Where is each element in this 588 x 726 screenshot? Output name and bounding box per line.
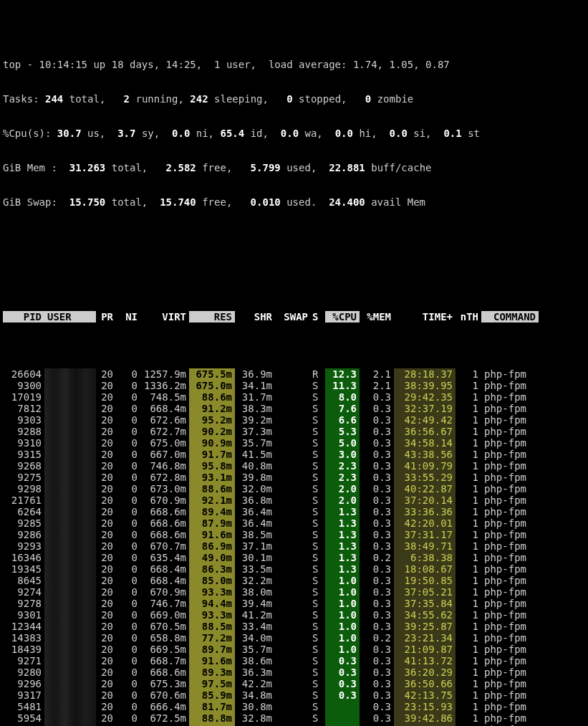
cell-ni: 0	[116, 529, 140, 540]
cell-pid: 9285	[3, 517, 44, 529]
column-header-time[interactable]: TIME+	[394, 311, 456, 323]
cell-state: S	[311, 667, 325, 678]
cell-res: 94.4m	[189, 598, 235, 609]
cell-pid: 26604	[3, 368, 44, 380]
cell-cpu: 2.0	[325, 495, 360, 506]
process-row[interactable]: 6264200668.6m89.4m36.4mS1.30.333:36.361p…	[3, 506, 585, 517]
cell-pid: 19345	[3, 563, 44, 575]
process-row[interactable]: 18439200669.5m89.7m35.7mS1.00.321:09.871…	[3, 644, 585, 655]
cell-time: 37:05.21	[394, 586, 456, 598]
cell-res: 87.9m	[189, 517, 235, 529]
cell-state: S	[311, 655, 325, 667]
cell-swap	[275, 506, 311, 517]
process-row[interactable]: 9285200668.6m87.9m36.4mS1.30.342:20.011p…	[3, 517, 585, 529]
process-row[interactable]: 9303200672.6m95.2m39.2mS6.60.342:49.421p…	[3, 414, 585, 426]
process-row[interactable]: 9310200675.0m90.9m35.7mS5.00.334:58.141p…	[3, 437, 585, 449]
process-row[interactable]: 5481200666.4m81.7m30.8mS0.323:15.931php-…	[3, 701, 585, 712]
column-header-virt[interactable]: VIRT	[140, 311, 189, 323]
process-row[interactable]: 9317200670.6m85.9m34.8mS0.30.342:13.751p…	[3, 689, 585, 701]
cell-time: 39:42.86	[394, 712, 456, 724]
process-row[interactable]: 19345200668.4m86.3m33.5mS1.30.318:08.671…	[3, 563, 585, 575]
cell-res: 88.8m	[189, 712, 235, 724]
process-row[interactable]: 9268200746.8m95.8m40.8mS2.30.341:09.791p…	[3, 460, 585, 472]
process-row[interactable]: 9274200670.9m93.3m38.0mS1.00.337:05.211p…	[3, 586, 585, 598]
cell-command: php-fpm	[481, 701, 539, 712]
process-table-header[interactable]: PIDUSERPRNIVIRTRESSHRSWAPS%CPU%MEMTIME+n…	[3, 311, 585, 323]
cell-ni: 0	[116, 472, 140, 483]
cell-cpu: 1.3	[325, 529, 360, 540]
column-header-pid[interactable]: PID	[3, 311, 44, 323]
cell-nth: 1	[456, 414, 481, 426]
cell-time: 33:55.29	[394, 472, 456, 483]
column-header-cpu[interactable]: %CPU	[325, 311, 360, 323]
process-row[interactable]: 12344200670.5m88.5m33.4mS1.00.339:25.871…	[3, 621, 585, 632]
cell-shr: 38.0m	[235, 586, 275, 598]
terminal-window[interactable]: top - 10:14:15 up 18 days, 14:25, 1 user…	[0, 0, 588, 726]
cell-cpu: 1.0	[325, 632, 360, 644]
cell-command: php-fpm	[481, 529, 539, 540]
column-header-shr[interactable]: SHR	[235, 311, 275, 323]
process-row[interactable]: 9288200672.7m90.2m37.3mS5.30.336:56.671p…	[3, 426, 585, 437]
column-header-s[interactable]: S	[311, 311, 325, 323]
process-row[interactable]: 5954200672.5m88.8m32.8mS0.339:42.861php-…	[3, 712, 585, 724]
cell-virt: 668.7m	[140, 655, 189, 667]
cell-command: php-fpm	[481, 678, 539, 689]
cell-state: S	[311, 414, 325, 426]
cell-virt: 668.6m	[140, 517, 189, 529]
cell-command: php-fpm	[481, 598, 539, 609]
cell-command: php-fpm	[481, 586, 539, 598]
process-row[interactable]: 14383200658.8m77.2m34.0mS1.00.223:21.341…	[3, 632, 585, 644]
cell-time: 19:50.85	[394, 575, 456, 586]
cell-pid: 7812	[3, 403, 44, 414]
cell-time: 42:49.42	[394, 414, 456, 426]
process-row[interactable]: 21761200670.9m92.1m36.8mS2.00.337:20.141…	[3, 495, 585, 506]
cell-mem: 0.3	[360, 483, 394, 495]
column-header-swap[interactable]: SWAP	[275, 311, 311, 323]
cell-cpu: 1.0	[325, 586, 360, 598]
column-header-nth[interactable]: nTH	[456, 311, 481, 323]
process-row[interactable]: 9280200668.6m89.3m36.3mS0.30.336:20.291p…	[3, 667, 585, 678]
cell-pr: 20	[96, 632, 116, 644]
process-row[interactable]: 16346200635.4m49.0m30.1mS1.30.26:38.381p…	[3, 552, 585, 563]
process-row[interactable]: 9278200746.7m94.4m39.4mS1.00.337:35.841p…	[3, 598, 585, 609]
process-row[interactable]: 9298200673.0m88.6m32.0mS2.00.340:22.871p…	[3, 483, 585, 495]
process-row[interactable]: 8645200668.4m85.0m32.2mS1.00.319:50.851p…	[3, 575, 585, 586]
cell-mem: 0.3	[360, 529, 394, 540]
process-row[interactable]: 9315200667.0m91.7m41.5mS3.00.343:38.561p…	[3, 449, 585, 460]
cell-mem: 0.2	[360, 632, 394, 644]
cell-pr: 20	[96, 609, 116, 621]
process-row[interactable]: 9301200669.0m93.3m41.2mS1.00.334:55.621p…	[3, 609, 585, 621]
process-row[interactable]: 9293200670.7m86.9m37.1mS1.30.338:49.711p…	[3, 540, 585, 552]
cell-cpu	[325, 701, 360, 712]
column-header-command[interactable]: COMMAND	[481, 311, 539, 323]
cell-time: 36:20.29	[394, 667, 456, 678]
cell-shr: 30.1m	[235, 552, 275, 563]
cell-pid: 9274	[3, 586, 44, 598]
process-row[interactable]: 7812200668.4m91.2m38.3mS7.60.332:37.191p…	[3, 403, 585, 414]
process-row[interactable]: 266042001257.9m675.5m36.9mR12.32.128:18.…	[3, 368, 585, 380]
process-row[interactable]: 17019200748.5m88.6m31.7mS8.00.329:42.351…	[3, 391, 585, 403]
cell-user	[44, 529, 96, 540]
cell-command: php-fpm	[481, 540, 539, 552]
column-header-mem[interactable]: %MEM	[360, 311, 394, 323]
process-row[interactable]: 9296200675.3m97.5m42.2mS0.30.336:50.661p…	[3, 678, 585, 689]
cell-ni: 0	[116, 632, 140, 644]
process-row[interactable]: 9275200672.8m93.1m39.8mS2.30.333:55.291p…	[3, 472, 585, 483]
column-header-res[interactable]: RES	[189, 311, 235, 323]
column-header-user[interactable]: USER	[44, 311, 96, 323]
column-header-pr[interactable]: PR	[96, 311, 116, 323]
cell-shr: 34.1m	[235, 380, 275, 391]
process-row[interactable]: 93002001336.2m675.0m34.1mS11.32.138:39.9…	[3, 380, 585, 391]
cell-pid: 16346	[3, 552, 44, 563]
cell-pr: 20	[96, 380, 116, 391]
cell-cpu: 0.3	[325, 678, 360, 689]
cell-cpu: 3.0	[325, 449, 360, 460]
cell-shr: 39.4m	[235, 598, 275, 609]
cell-res: 91.7m	[189, 449, 235, 460]
process-row[interactable]: 9271200668.7m91.6m38.6mS0.30.341:13.721p…	[3, 655, 585, 667]
cell-mem: 0.3	[360, 621, 394, 632]
column-header-ni[interactable]: NI	[116, 311, 140, 323]
cell-nth: 1	[456, 598, 481, 609]
cell-nth: 1	[456, 609, 481, 621]
process-row[interactable]: 9286200668.6m91.6m38.5mS1.30.337:31.171p…	[3, 529, 585, 540]
